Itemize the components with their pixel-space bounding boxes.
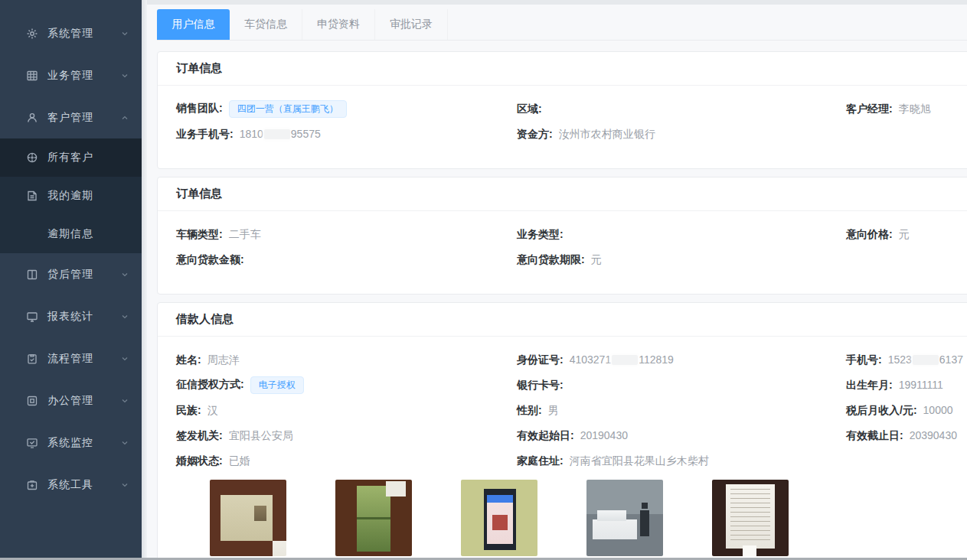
person-car-photo-thumbnail[interactable] (586, 480, 663, 556)
sidebar-item-system-mgmt[interactable]: 系统管理 (0, 12, 142, 54)
sidebar-subitem-my-overdue[interactable]: 我的逾期 (0, 177, 142, 215)
value-prefix: 1523 (888, 353, 912, 366)
overdue-doc-icon (26, 190, 38, 202)
photo-gallery: 身份证驾驶证照片授权二维码人车照补充材料 (210, 480, 967, 558)
info-field: 签发机关:宜阳县公安局 (176, 429, 517, 443)
photo-item: 人车照 (586, 480, 663, 558)
clipboard-icon (26, 353, 38, 365)
monitor-icon (26, 311, 38, 323)
field-label: 银行卡号: (517, 379, 564, 391)
chevron-up-icon (120, 113, 129, 122)
field-row: 业务手机号:181095575资金方:汝州市农村商业银行 (176, 122, 967, 147)
sidebar-item-label: 客户管理 (47, 111, 93, 125)
field-label: 签发机关: (176, 429, 223, 441)
field-label: 性别: (517, 404, 542, 416)
field-label: 身份证号: (517, 353, 564, 366)
info-field: 税后月收入/元:10000 (846, 404, 967, 418)
field-label: 意向价格: (846, 228, 893, 240)
sidebar-subitem-all-customers[interactable]: 所有客户 (0, 138, 142, 177)
chevron-down-icon (120, 354, 129, 363)
field-label: 出生年月: (846, 379, 893, 391)
field-label: 销售团队: (176, 102, 223, 114)
info-field: 资金方:汝州市农村商业银行 (517, 128, 846, 142)
toolbox-icon (26, 479, 38, 491)
sidebar-item-label: 流程管理 (47, 352, 93, 366)
info-field: 银行卡号: (517, 379, 846, 392)
field-value: 19911111 (899, 379, 943, 391)
sidebar-item-process-mgmt[interactable]: 流程管理 (0, 337, 142, 379)
sidebar-item-system-monitor[interactable]: 系统监控 (0, 422, 142, 464)
sidebar-item-system-tools[interactable]: 系统工具 (0, 464, 142, 506)
card-title: 订单信息 (158, 177, 967, 211)
tab-approval-records[interactable]: 审批记录 (375, 9, 448, 40)
sidebar-item-business-mgmt[interactable]: 业务管理 (0, 54, 142, 96)
photo-item: 补充材料 (712, 480, 789, 558)
sidebar-item-report-stats[interactable]: 报表统计 (0, 295, 142, 337)
field-value: 李晓旭 (899, 103, 931, 115)
sidebar-item-post-loan-mgmt[interactable]: 贷后管理 (0, 253, 142, 295)
field-value: 二手车 (229, 228, 261, 240)
sidebar-item-office-mgmt[interactable]: 办公管理 (0, 379, 142, 422)
gear-icon (26, 28, 38, 40)
info-field: 有效起始日:20190430 (517, 429, 846, 443)
info-field: 车辆类型:二手车 (176, 228, 517, 242)
tag-badge: 四团一营（直属王鹏飞） (229, 100, 347, 118)
field-value: 181095575 (240, 128, 321, 140)
chevron-down-icon (120, 29, 129, 38)
field-value: 15236137 (888, 353, 963, 366)
drivers-license-photo-thumbnail[interactable] (335, 480, 412, 556)
sidebar-subitem-label: 逾期信息 (47, 227, 93, 241)
sidebar-item-label: 贷后管理 (47, 268, 93, 282)
redacted-value-mask (913, 355, 939, 365)
sidebar-subitem-overdue-info[interactable]: 逾期信息 (0, 215, 142, 253)
auth-qr-photo-thumbnail[interactable] (461, 480, 537, 556)
photo-item: 驾驶证照片 (335, 480, 412, 558)
info-field: 姓名:周志洋 (176, 353, 517, 367)
id-card-photo-thumbnail[interactable] (210, 480, 286, 556)
card-borrower-info: 借款人信息姓名:周志洋身份证号:4103271112819手机号:1523613… (157, 302, 967, 558)
card-title: 订单信息 (158, 52, 967, 86)
field-value: 4103271112819 (570, 353, 674, 366)
info-field: 业务手机号:181095575 (176, 128, 517, 142)
sidebar-item-label: 办公管理 (47, 394, 93, 408)
field-row: 车辆类型:二手车业务类型:意向价格:元 (176, 222, 967, 247)
field-value: 周志洋 (207, 353, 240, 366)
sidebar-item-label: 报表统计 (47, 310, 93, 324)
field-value: 河南省宜阳县花果山乡木柴村 (570, 454, 709, 467)
card-order-info-1: 订单信息销售团队:四团一营（直属王鹏飞）区域:客户经理:李晓旭业务手机号:181… (157, 51, 967, 169)
extra-doc-photo-thumbnail[interactable] (712, 480, 789, 556)
field-value: 男 (548, 404, 559, 416)
sidebar-submenu: 所有客户我的逾期逾期信息 (0, 138, 142, 253)
field-label: 有效起始日: (517, 429, 574, 441)
cards: 订单信息销售团队:四团一营（直属王鹏飞）区域:客户经理:李晓旭业务手机号:181… (157, 51, 967, 558)
info-field: 业务类型: (517, 228, 846, 242)
sidebar-item-customer-mgmt[interactable]: 客户管理 (0, 96, 142, 138)
app-window: 系统管理业务管理客户管理所有客户我的逾期逾期信息贷后管理报表统计流程管理办公管理… (0, 0, 967, 560)
chevron-down-icon (120, 270, 129, 279)
sidebar-item-label: 业务管理 (47, 69, 93, 83)
field-label: 姓名: (176, 353, 201, 366)
info-field: 民族:汉 (176, 404, 517, 418)
card-title: 借款人信息 (158, 303, 967, 337)
card-body: 姓名:周志洋身份证号:4103271112819手机号:15236137征信授权… (158, 337, 967, 558)
field-value: 20390430 (910, 429, 957, 441)
chevron-down-icon (120, 480, 129, 490)
tab-loan-apply-docs[interactable]: 申贷资料 (302, 9, 375, 40)
sidebar-scrollbar-gutter[interactable] (142, 0, 147, 558)
field-value: 宜阳县公安局 (229, 429, 293, 441)
field-value: 汝州市农村商业银行 (559, 128, 655, 140)
redacted-value-mask (264, 129, 290, 139)
field-label: 车辆类型: (176, 228, 223, 240)
value-suffix: 6137 (939, 353, 963, 366)
redacted-value-mask (612, 355, 638, 365)
info-field: 性别:男 (517, 404, 846, 418)
field-label: 征信授权方式: (176, 378, 244, 390)
tab-bar: 用户信息车贷信息申贷资料审批记录 (157, 9, 967, 41)
info-field: 意向贷款金额: (176, 253, 517, 267)
sidebar-item-label: 系统工具 (47, 478, 93, 492)
tab-car-loan-info[interactable]: 车贷信息 (230, 9, 302, 40)
photo-item: 身份证 (210, 480, 286, 558)
field-label: 资金方: (517, 128, 553, 140)
office-icon (26, 395, 38, 407)
tab-user-info[interactable]: 用户信息 (157, 9, 230, 40)
